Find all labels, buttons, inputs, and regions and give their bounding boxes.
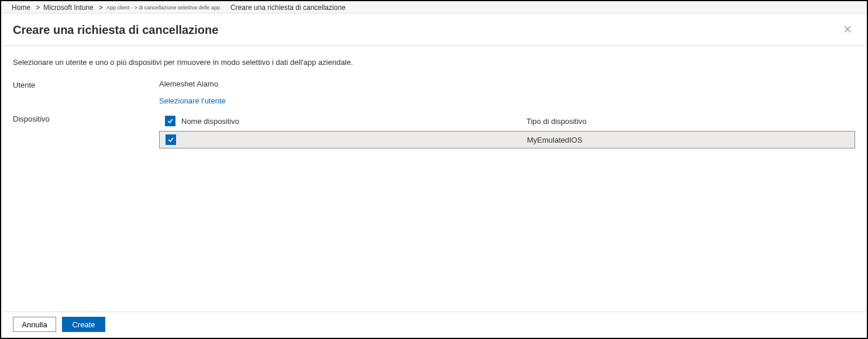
select-all-checkbox[interactable] xyxy=(165,116,175,126)
device-table-header: Nome dispositivo Tipo di dispositivo xyxy=(159,113,855,131)
breadcrumb: Home > Microsoft Intune > App client - >… xyxy=(1,1,867,13)
user-row: Utente Alemeshet Alamo Selezionare l'ute… xyxy=(13,79,855,105)
user-label: Utente xyxy=(13,79,159,89)
create-button[interactable]: Create xyxy=(62,317,105,332)
breadcrumb-current: Creare una richiesta di cancellazione xyxy=(230,4,346,12)
table-row[interactable]: MyEmulatedIOS xyxy=(159,131,855,148)
select-user-link[interactable]: Selezionare l'utente xyxy=(159,96,855,105)
page-title: Creare una richiesta di cancellazione xyxy=(13,23,218,37)
device-header-name[interactable]: Nome dispositivo xyxy=(181,117,526,126)
panel-header: Creare una richiesta di cancellazione xyxy=(1,13,867,46)
cancel-button[interactable]: Annulla xyxy=(13,317,56,332)
device-row: Dispositivo Nome dispositivo Tipo di dis… xyxy=(13,113,855,148)
row-checkbox[interactable] xyxy=(166,134,176,145)
breadcrumb-sep: > xyxy=(97,4,103,12)
breadcrumb-sep: > xyxy=(34,4,40,12)
breadcrumb-intune[interactable]: Microsoft Intune xyxy=(43,4,93,12)
breadcrumb-home[interactable]: Home xyxy=(12,4,30,12)
close-icon[interactable] xyxy=(840,22,855,39)
device-type-cell: MyEmulatedIOS xyxy=(527,136,855,144)
panel-content: Selezionare un utente e uno o più dispos… xyxy=(1,46,867,148)
device-label: Dispositivo xyxy=(13,113,159,123)
description-text: Selezionare un utente e uno o più dispos… xyxy=(13,58,855,67)
panel-footer: Annulla Create xyxy=(2,312,866,338)
breadcrumb-appclient[interactable]: App client - > di cancellazione selettiv… xyxy=(106,5,220,11)
device-header-type[interactable]: Tipo di dispositivo xyxy=(526,117,855,126)
user-name-value: Alemeshet Alamo xyxy=(159,79,855,88)
